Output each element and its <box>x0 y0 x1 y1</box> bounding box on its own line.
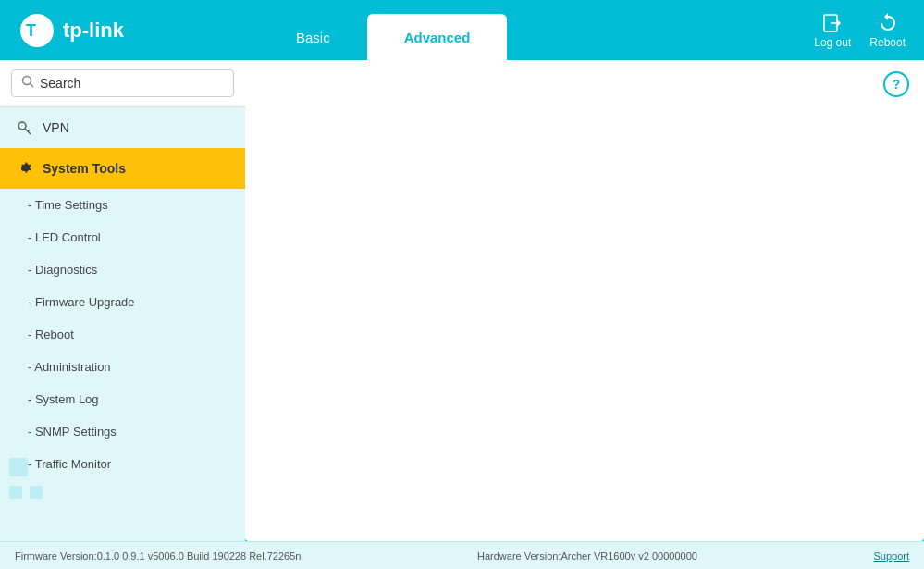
sidebar-item-vpn-label: VPN <box>43 120 69 135</box>
sidebar-item-time-settings[interactable]: - Time Settings <box>0 189 245 221</box>
tab-basic[interactable]: Basic <box>259 14 367 60</box>
svg-rect-8 <box>30 486 43 499</box>
sidebar-item-system-log[interactable]: - System Log <box>0 383 245 415</box>
nav-tabs: Basic Advanced <box>203 0 814 60</box>
header-actions: Log out Reboot <box>814 12 906 49</box>
sidebar-watermark <box>9 449 65 523</box>
sidebar: VPN System Tools - Time Settings - LED C… <box>0 60 245 541</box>
svg-rect-7 <box>9 486 22 499</box>
sidebar-item-administration[interactable]: - Administration <box>0 351 245 383</box>
header: T tp-link Basic Advanced Log out Reboot <box>0 0 924 60</box>
content-area: ? <box>245 60 924 541</box>
sidebar-item-snmp-settings[interactable]: - SNMP Settings <box>0 415 245 448</box>
svg-text:T: T <box>26 21 36 40</box>
sidebar-item-system-tools[interactable]: System Tools <box>0 148 245 189</box>
reboot-icon <box>877 12 899 34</box>
logout-icon <box>821 12 844 34</box>
logout-button[interactable]: Log out <box>814 12 851 49</box>
svg-point-3 <box>23 77 31 85</box>
search-input[interactable] <box>40 76 224 91</box>
svg-rect-6 <box>9 458 28 476</box>
reboot-button[interactable]: Reboot <box>869 12 906 49</box>
gear-icon <box>15 159 33 178</box>
sidebar-item-diagnostics[interactable]: - Diagnostics <box>0 254 245 286</box>
svg-point-5 <box>18 122 26 130</box>
footer: Firmware Version:0.1.0 0.9.1 v5006.0 Bui… <box>0 541 924 569</box>
tab-advanced[interactable]: Advanced <box>367 14 508 60</box>
search-box <box>11 69 234 97</box>
tp-link-logo-icon: T <box>18 12 55 49</box>
logo-text: tp-link <box>63 19 124 43</box>
search-container <box>0 60 245 107</box>
svg-line-4 <box>31 84 34 88</box>
support-link[interactable]: Support <box>873 550 909 562</box>
sidebar-item-firmware-upgrade[interactable]: - Firmware Upgrade <box>0 286 245 318</box>
sidebar-item-vpn[interactable]: VPN <box>0 107 245 148</box>
hardware-version: Hardware Version:Archer VR1600v v2 00000… <box>477 550 697 562</box>
help-button[interactable]: ? <box>883 71 909 97</box>
sidebar-item-led-control[interactable]: - LED Control <box>0 221 245 254</box>
firmware-version: Firmware Version:0.1.0 0.9.1 v5006.0 Bui… <box>15 550 301 562</box>
search-icon <box>21 75 34 92</box>
sidebar-item-system-tools-label: System Tools <box>43 161 126 176</box>
logo-area: T tp-link <box>18 12 203 49</box>
main-layout: VPN System Tools - Time Settings - LED C… <box>0 60 924 541</box>
sidebar-item-reboot[interactable]: - Reboot <box>0 318 245 351</box>
key-icon <box>15 118 33 137</box>
